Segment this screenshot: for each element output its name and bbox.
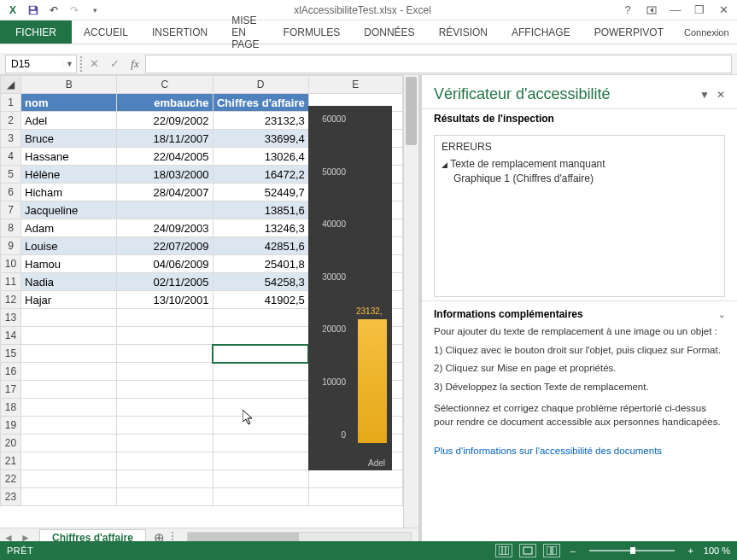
fx-button[interactable]: fx [125, 55, 145, 73]
name-box-value: D15 [6, 58, 62, 70]
header-embauche[interactable]: embauche [117, 94, 213, 112]
header-ca[interactable]: Chiffres d'affaire [213, 94, 308, 112]
tab-affichage[interactable]: AFFICHAGE [500, 20, 582, 44]
qat-customize-icon[interactable]: ▾ [85, 2, 104, 19]
minimize-button[interactable]: — [665, 2, 686, 19]
chart-object[interactable]: 60000 50000 40000 30000 20000 10000 0 23… [308, 106, 392, 470]
pane-close-icon[interactable]: ✕ [717, 89, 725, 101]
pane-section-results: Résultats de l'inspection [422, 108, 737, 131]
tab-revision[interactable]: RÉVISION [427, 20, 500, 44]
chevron-down-icon[interactable]: ⌄ [718, 310, 725, 319]
table-row[interactable]: 22 [1, 470, 403, 488]
table-row[interactable]: 23 [1, 488, 403, 506]
error-list[interactable]: ERREURS ◢ Texte de remplacement manquant… [434, 135, 725, 297]
ribbon: FICHIER ACCUEIL INSERTION MISE EN PAGE F… [0, 20, 737, 44]
tab-formules[interactable]: FORMULES [272, 20, 353, 44]
pane-info-text: 1) Cliquez avec le bouton droit sur l'ob… [434, 344, 725, 358]
column-headers[interactable]: ◢ B C D E [1, 76, 403, 94]
col-header-C[interactable]: C [117, 76, 213, 94]
title-bar: X ↶ ↷ ▾ xlAccessibiliteTest.xlsx - Excel… [0, 0, 737, 20]
cancel-formula-icon[interactable]: ✕ [84, 55, 104, 73]
svg-rect-7 [547, 546, 551, 555]
pane-info-text: Pour ajouter du texte de remplacement à … [434, 325, 725, 339]
tab-powerpivot[interactable]: POWERPIVOT [582, 20, 676, 44]
svg-rect-1 [31, 10, 37, 14]
pane-info-header[interactable]: Informations complémentaires ⌄ [434, 308, 725, 320]
redo-button[interactable]: ↷ [65, 2, 84, 19]
name-box-dropdown-icon[interactable]: ▼ [62, 60, 76, 68]
worksheet-grid[interactable]: ◢ B C D E 1 nom embauche Chiffres d'affa… [0, 75, 403, 528]
col-header-B[interactable]: B [21, 76, 117, 94]
accessibility-checker-pane: Vérificateur d'accessibilité ▼ ✕ Résulta… [418, 75, 737, 546]
pane-info-text: 3) Développez la section Texte de rempla… [434, 381, 725, 394]
vertical-scrollbar[interactable] [403, 75, 418, 528]
tab-mise-en-page[interactable]: MISE EN PAGE [219, 20, 271, 44]
formula-input[interactable] [145, 55, 732, 73]
chart-bar [358, 319, 387, 443]
window-title: xlAccessibiliteTest.xlsx - Excel [108, 4, 617, 16]
tab-donnees[interactable]: DONNÉES [352, 20, 426, 44]
accept-formula-icon[interactable]: ✓ [104, 55, 125, 73]
help-button[interactable]: ? [617, 2, 638, 19]
zoom-slider[interactable] [589, 550, 675, 551]
error-sub-item[interactable]: Graphique 1 (Chiffres d'affaire) [453, 172, 717, 184]
status-ready: PRÊT [0, 545, 33, 556]
view-normal-icon[interactable] [495, 544, 512, 557]
zoom-level[interactable]: 100 % [704, 545, 730, 556]
error-item[interactable]: ◢ Texte de remplacement manquant [442, 158, 717, 170]
pane-info-text: 2) Cliquez sur Mise en page et propriété… [434, 362, 725, 376]
chart-y-axis: 60000 50000 40000 30000 20000 10000 0 [308, 114, 351, 443]
tab-insertion[interactable]: INSERTION [140, 20, 219, 44]
svg-rect-3 [499, 546, 509, 555]
active-cell [213, 345, 308, 363]
restore-button[interactable]: ❐ [689, 2, 710, 19]
svg-rect-0 [31, 6, 35, 9]
zoom-in-button[interactable]: + [685, 545, 697, 556]
pane-info-text: Sélectionnez et corrigez chaque problème… [434, 402, 725, 429]
save-button[interactable] [24, 2, 43, 19]
chart-x-label: Adel [308, 458, 392, 468]
error-group-label: ERREURS [442, 141, 717, 153]
close-button[interactable]: ✕ [713, 2, 734, 19]
svg-rect-6 [524, 547, 532, 554]
header-nom[interactable]: nom [21, 94, 117, 112]
status-bar: PRÊT – + 100 % [0, 541, 737, 560]
view-page-break-icon[interactable] [543, 544, 560, 557]
view-page-layout-icon[interactable] [519, 544, 536, 557]
tab-file[interactable]: FICHIER [0, 20, 72, 44]
formula-bar: D15 ▼ ✕ ✓ fx [0, 53, 737, 75]
excel-icon[interactable]: X [3, 2, 22, 19]
col-header-D[interactable]: D [213, 76, 308, 94]
ribbon-display-icon[interactable] [641, 2, 662, 19]
pane-options-icon[interactable]: ▼ [699, 89, 710, 101]
tab-accueil[interactable]: ACCUEIL [72, 20, 140, 44]
chart-bar-label: 23132, [356, 306, 383, 316]
undo-button[interactable]: ↶ [44, 2, 63, 19]
connexion-link[interactable]: Connexion [676, 20, 737, 44]
col-header-E[interactable]: E [308, 76, 402, 94]
pane-more-info-link[interactable]: Plus d'informations sur l'accessibilité … [422, 440, 737, 461]
zoom-out-button[interactable]: – [567, 545, 579, 556]
select-all-corner[interactable]: ◢ [1, 76, 21, 94]
name-box[interactable]: D15 ▼ [5, 55, 77, 73]
svg-rect-8 [553, 546, 557, 555]
pane-title: Vérificateur d'accessibilité [434, 85, 693, 103]
